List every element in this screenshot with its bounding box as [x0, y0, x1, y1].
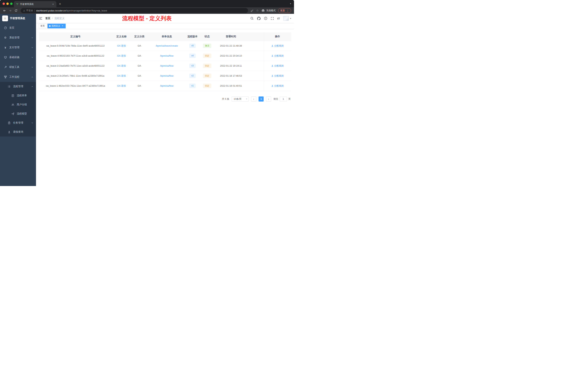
- col-status: 状态: [199, 33, 215, 41]
- main-area: 首页 / 流程定义 流程模型 - 定义列表 ?: [36, 14, 294, 186]
- bookmark-star-icon[interactable]: ☆: [256, 9, 259, 12]
- assign-rule-link[interactable]: 分配规则: [271, 44, 284, 47]
- breadcrumb-separator: /: [52, 17, 53, 20]
- sidebar-item-label: 请假查询: [13, 130, 23, 134]
- form-info-link[interactable]: /bpm/oa/flow: [160, 65, 173, 67]
- form-info-link[interactable]: /bpm/oa/flow: [160, 75, 173, 77]
- definition-name-link[interactable]: OA 请假: [117, 44, 126, 47]
- prev-page-button[interactable]: ‹: [251, 97, 256, 101]
- tag-process-definition[interactable]: 流程定义 ×: [47, 24, 66, 28]
- sidebar-item-devtools[interactable]: 研发工具: [0, 62, 36, 72]
- app-logo-row[interactable]: 芋道管理系统: [0, 14, 36, 23]
- form-info-link[interactable]: /bpm/oa/leave/create: [156, 44, 178, 47]
- definition-name-link[interactable]: OA 请假: [117, 55, 126, 57]
- chevron-up-icon: [31, 86, 33, 88]
- sidebar-item-user-group[interactable]: 用户分组: [0, 100, 36, 109]
- user-avatar: [283, 16, 289, 21]
- window-zoom-button[interactable]: [10, 2, 12, 5]
- window-minimize-button[interactable]: [6, 2, 9, 5]
- definition-name-link[interactable]: OA 请假: [117, 75, 126, 77]
- sidebar-item-task-management[interactable]: 任务管理: [0, 118, 36, 127]
- tab-close-icon[interactable]: ×: [52, 3, 54, 6]
- cell-deploy-time: 2022-01-16 17:46:53: [215, 71, 247, 81]
- browser-window: 芋道管理系统 × + ▾ ⚠ 不安全 dashboard.yudao.iocod…: [0, 0, 294, 186]
- col-form-info: 表单信息: [148, 33, 186, 41]
- sidebar-item-process-form[interactable]: 流程表单: [0, 91, 36, 100]
- sidebar-item-label: 流程表单: [17, 94, 27, 97]
- page-size-select[interactable]: 10条/页 ▾: [232, 97, 249, 101]
- col-definition-category: 定义分类: [131, 33, 148, 41]
- table-row: oa_leave:1:482ec033-762a-11ec-8477-a2380…: [39, 81, 291, 91]
- back-button[interactable]: [2, 8, 7, 13]
- next-page-button[interactable]: ›: [266, 97, 271, 101]
- form-info-link[interactable]: /bpm/oa/flow: [160, 55, 173, 57]
- tab-search-icon[interactable]: ▾: [290, 2, 291, 5]
- cell-operations: 分配规则: [264, 41, 291, 51]
- cell-definition-id: oa_leave:1:482ec033-762a-11ec-8477-a2380…: [39, 81, 112, 91]
- sidebar-item-leave-query[interactable]: 请假查询: [0, 127, 36, 136]
- favicon-seedling-icon: [16, 3, 19, 5]
- user-icon: [271, 75, 273, 77]
- sidebar-item-label: 支付管理: [9, 46, 20, 49]
- definition-name-link[interactable]: OA 请假: [117, 85, 126, 87]
- url-bar[interactable]: ⚠ 不安全 dashboard.yudao.iocoder.cn/bpm/man…: [21, 8, 248, 13]
- window-close-button[interactable]: [2, 2, 5, 5]
- assign-rule-link[interactable]: 分配规则: [271, 84, 284, 88]
- sidebar-item-system[interactable]: ⚙ 系统管理: [0, 33, 36, 43]
- tag-close-icon[interactable]: ×: [61, 25, 64, 27]
- sidebar-item-label: 工作流程: [9, 75, 20, 79]
- sidebar-item-process-model[interactable]: 流程模型: [0, 109, 36, 118]
- col-process-version: 流程版本: [186, 33, 199, 41]
- browser-menu-kebab-icon[interactable]: ⋮: [286, 9, 289, 12]
- content: 定义编号 定义名称 定义分类 表单信息 流程版本 状态 部署时间 操作: [36, 29, 294, 186]
- sidebar-item-label: 首页: [9, 26, 14, 30]
- sidebar-item-workflow[interactable]: 工作流程: [0, 72, 36, 82]
- text-size-icon[interactable]: tT: [277, 17, 280, 20]
- cell-definition-name: OA 请假: [112, 81, 131, 91]
- breadcrumb: 首页 / 流程定义: [45, 17, 64, 20]
- caret-down-icon: ▾: [246, 98, 247, 100]
- github-icon[interactable]: [257, 17, 261, 20]
- col-definition-name: 定义名称: [112, 33, 131, 41]
- help-icon[interactable]: ?: [264, 17, 267, 20]
- tag-home[interactable]: 首页: [39, 24, 46, 28]
- assign-rule-link[interactable]: 分配规则: [271, 54, 284, 57]
- sidebar-item-home[interactable]: 首页: [0, 23, 36, 33]
- definition-table: 定义编号 定义名称 定义分类 表单信息 流程版本 状态 部署时间 操作: [39, 33, 291, 91]
- security-indicator[interactable]: ⚠ 不安全: [23, 9, 33, 12]
- cell-category: OA: [131, 61, 148, 71]
- app-logo: [2, 15, 8, 21]
- cell-filler: [247, 61, 264, 71]
- list-icon: [8, 85, 11, 88]
- sidebar-item-payment[interactable]: ¥ 支付管理: [0, 43, 36, 52]
- cell-deploy-time: 2022-01-22 19:19:11: [215, 61, 247, 71]
- sidebar-item-process-management[interactable]: 流程管理: [0, 82, 36, 91]
- breadcrumb-home[interactable]: 首页: [45, 17, 50, 20]
- search-icon[interactable]: [250, 17, 254, 20]
- form-icon: [11, 94, 14, 97]
- svg-text:?: ?: [265, 17, 266, 20]
- browser-update-chip[interactable]: 更新 ⋮: [278, 8, 291, 13]
- goto-page-input[interactable]: [280, 97, 287, 101]
- sidebar-item-infrastructure[interactable]: 基础设施: [0, 52, 36, 62]
- user-menu[interactable]: ▾: [283, 16, 291, 21]
- cell-operations: 分配规则: [264, 81, 291, 91]
- assign-rule-link[interactable]: 分配规则: [271, 74, 284, 77]
- password-key-icon[interactable]: [251, 9, 254, 12]
- user-icon: [271, 65, 273, 67]
- hamburger-icon[interactable]: [39, 17, 42, 20]
- definition-name-link[interactable]: OA 请假: [117, 65, 126, 67]
- cell-status: 挂起: [199, 61, 215, 71]
- fullscreen-icon[interactable]: [271, 17, 274, 20]
- assign-rule-link[interactable]: 分配规则: [271, 64, 284, 67]
- forward-button[interactable]: [8, 8, 13, 13]
- form-info-link[interactable]: /bpm/oa/flow: [160, 85, 173, 87]
- reload-button[interactable]: [13, 8, 19, 13]
- version-badge: v3: [189, 64, 195, 68]
- page-number-button[interactable]: 1: [259, 97, 264, 101]
- browser-tab[interactable]: 芋道管理系统 ×: [14, 1, 56, 7]
- tags-view: 首页 流程定义 ×: [36, 23, 294, 29]
- navbar-actions: ? tT ▾: [250, 16, 291, 21]
- new-tab-button[interactable]: +: [57, 1, 63, 7]
- url-divider: [34, 9, 35, 12]
